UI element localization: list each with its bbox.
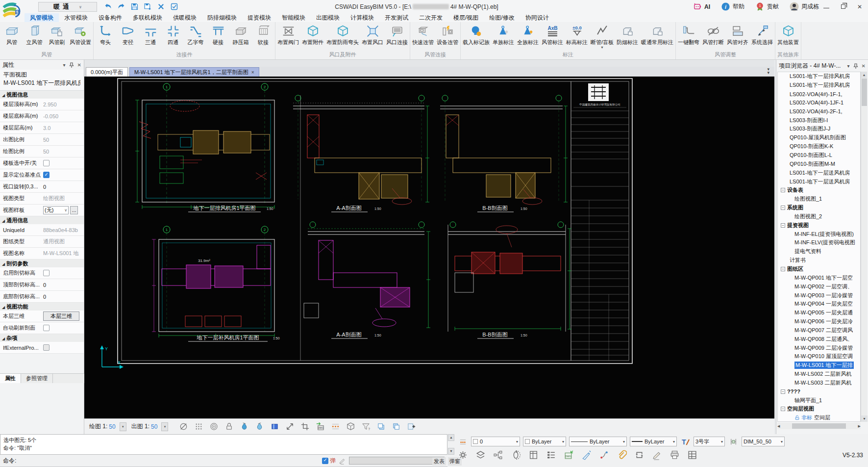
print-scale-dropdown[interactable]: ▾: [161, 422, 168, 431]
ai-button[interactable]: AI: [693, 2, 710, 11]
align-path-button[interactable]: [598, 449, 609, 460]
menu-tab-2[interactable]: 水管模块: [59, 13, 93, 22]
pin-icon[interactable]: [69, 62, 74, 68]
workspace-selector[interactable]: 暖通 ∨: [38, 2, 97, 12]
layer-3d-button[interactable]: 本层三维: [43, 311, 79, 321]
menu-tab-12[interactable]: 二次开发: [414, 13, 448, 22]
tree-vertical-scrollbar[interactable]: ▲ ▼: [861, 72, 867, 422]
contribute-button[interactable]: 1 贡献: [755, 2, 779, 11]
tree-item-28[interactable]: M-W-QP005 一层夹层通: [778, 309, 860, 317]
view-cube-button[interactable]: [344, 421, 357, 433]
ribbon-button-3-5[interactable]: 风口连接: [385, 23, 409, 46]
menu-tab-14[interactable]: 绘图/修改: [484, 13, 520, 22]
ribbon-button-5-5[interactable]: ±0.0标高标注: [565, 23, 589, 46]
ribbon-button-2-1[interactable]: 弯头: [94, 23, 117, 46]
layers-button[interactable]: [475, 449, 486, 460]
tree-item-22[interactable]: 计算书: [778, 256, 860, 265]
ribbon-button-2-3[interactable]: 三通: [139, 23, 162, 46]
ribbon-button-6-1[interactable]: 一键翻弯: [676, 23, 701, 46]
close-icon[interactable]: ✕: [862, 63, 866, 69]
command-input[interactable]: [349, 457, 445, 465]
close-file-button[interactable]: [156, 1, 166, 11]
rotate-view-button[interactable]: [510, 449, 521, 460]
tree-item-14[interactable]: −设备表: [778, 186, 860, 195]
ribbon-button-2-7[interactable]: 静压箱: [229, 23, 252, 46]
tree-item-33[interactable]: M-W-QP010 屋顶层空调: [778, 352, 860, 361]
tree-item-39[interactable]: −空间层视图: [778, 405, 860, 414]
paint-bucket-2-button[interactable]: [253, 421, 266, 433]
ribbon-button-3-3[interactable]: 布置防雨弯头: [325, 23, 360, 46]
view-tab-1[interactable]: 0.000(m)平面: [86, 67, 128, 77]
tree-item-40[interactable]: 非标空间层: [778, 414, 860, 422]
tree-item-27[interactable]: M-W-QP004 一层夹层空: [778, 300, 860, 309]
ribbon-button-4-2[interactable]: 设备连管: [435, 23, 460, 46]
ribbon-button-5-6[interactable]: 断管/盲板▼: [589, 23, 615, 49]
tree-item-37[interactable]: −????: [778, 387, 860, 396]
menu-tab-15[interactable]: 协同设计: [520, 13, 554, 22]
collapse-box-icon[interactable]: −: [781, 407, 785, 411]
rings-button[interactable]: [207, 421, 220, 433]
ribbon-button-3-4[interactable]: 布置风口: [360, 23, 385, 46]
tree-item-9[interactable]: QP010-剖面图K-K: [778, 142, 860, 151]
ribbon-button-1-4[interactable]: 风管设置: [68, 23, 93, 46]
menu-tab-3[interactable]: 设备构件: [93, 13, 127, 22]
scrollbar-thumb[interactable]: [862, 78, 867, 106]
attachment-button[interactable]: [616, 449, 627, 460]
property-section-3[interactable]: ◢剖切参数: [0, 259, 84, 267]
scroll-right-icon[interactable]: ▶: [858, 424, 861, 428]
tree-item-13[interactable]: LS001-地下一层送风机房: [778, 177, 860, 186]
tree-item-7[interactable]: LS003-剖面图J-J: [778, 125, 860, 133]
draw-scale[interactable]: 绘图 1:50: [89, 422, 116, 431]
publish-button[interactable]: 发表: [432, 457, 446, 466]
close-icon[interactable]: ✕: [77, 62, 81, 68]
menu-tab-11[interactable]: 开发测试: [379, 13, 414, 22]
print-scale[interactable]: 出图 1:50: [131, 422, 158, 431]
tree-item-1[interactable]: LS001-地下一层排风机房: [778, 72, 860, 81]
tree-item-11[interactable]: QP010-剖面图M-M: [778, 159, 860, 168]
text-style-icon[interactable]: T: [680, 436, 691, 447]
ribbon-button-2-8[interactable]: 软接: [252, 23, 274, 46]
redo-button[interactable]: [116, 1, 126, 11]
menu-tab-10[interactable]: 计算模块: [345, 13, 379, 22]
property-dropdown[interactable]: (无)∨: [43, 206, 69, 214]
chevron-down-icon[interactable]: ▾: [63, 62, 66, 68]
paint-bucket-button[interactable]: [238, 421, 250, 433]
draw-scale-dropdown[interactable]: ▾: [120, 422, 126, 431]
pin-icon[interactable]: [853, 63, 858, 69]
more-button[interactable]: ...: [70, 206, 78, 214]
dim-style-icon[interactable]: [728, 436, 739, 447]
view-tab-2[interactable]: M-W-LS001 地下一层排风机房1，二层平剖面图×: [129, 67, 259, 77]
collapse-box-icon[interactable]: −: [781, 267, 785, 271]
tree-item-23[interactable]: −图纸区: [778, 265, 860, 274]
ribbon-button-5-7[interactable]: 防烟标注: [615, 23, 640, 46]
restore-button[interactable]: [835, 0, 851, 13]
filter-button[interactable]: ?: [359, 421, 372, 433]
property-value[interactable]: 0: [42, 184, 84, 190]
tree-horizontal-scrollbar[interactable]: ◀ ▶: [777, 423, 861, 429]
menu-tab-1[interactable]: 风管模块: [25, 13, 59, 22]
ribbon-button-2-4[interactable]: 四通: [162, 23, 184, 46]
ribbon-button-1-2[interactable]: 立风管: [23, 23, 46, 46]
collapse-box-icon[interactable]: −: [781, 223, 785, 228]
close-view-icon[interactable]: ×: [251, 70, 254, 75]
ribbon-button-5-2[interactable]: 单族标注: [491, 23, 516, 46]
property-section-1[interactable]: ◢视图信息: [0, 91, 84, 99]
property-section-5[interactable]: ◢杂项: [0, 334, 84, 342]
property-checkbox[interactable]: [43, 325, 50, 331]
collapse-box-icon[interactable]: −: [781, 188, 785, 192]
tree-item-36[interactable]: M-W-LS003 二层新风机: [778, 379, 860, 388]
edit-pencil-icon[interactable]: [339, 457, 346, 465]
color-dropdown[interactable]: ByLayer▾: [523, 437, 566, 446]
layer-dropdown[interactable]: 0▾: [471, 437, 520, 446]
tree-item-21[interactable]: 提电气资料: [778, 247, 860, 256]
section-box-button[interactable]: [268, 421, 281, 433]
dim-style-dropdown[interactable]: DIM_50_50▾: [742, 437, 785, 446]
cad-drawing[interactable]: 中国建筑西南设计研究院有限公司 1 2: [84, 77, 774, 418]
add-view-button[interactable]: [405, 421, 418, 433]
tab-reference-manager[interactable]: 参照管理: [21, 374, 53, 383]
import-dwg-button[interactable]: DWG: [563, 449, 574, 460]
history-scroll-up[interactable]: ▲: [448, 434, 454, 441]
tree-item-17[interactable]: 绘图视图_2: [778, 212, 860, 221]
hide-elements-button[interactable]: [177, 421, 190, 433]
print-button[interactable]: [669, 449, 680, 460]
